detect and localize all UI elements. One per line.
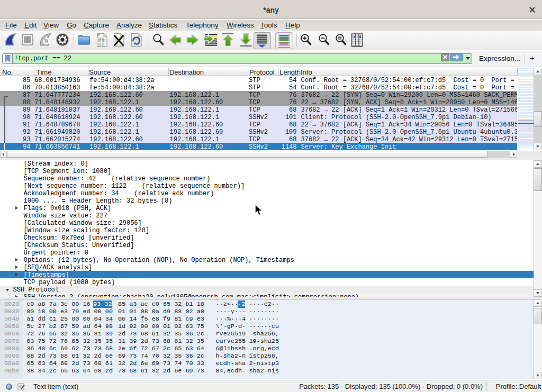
svg-text:0111: 0111: [98, 43, 105, 47]
